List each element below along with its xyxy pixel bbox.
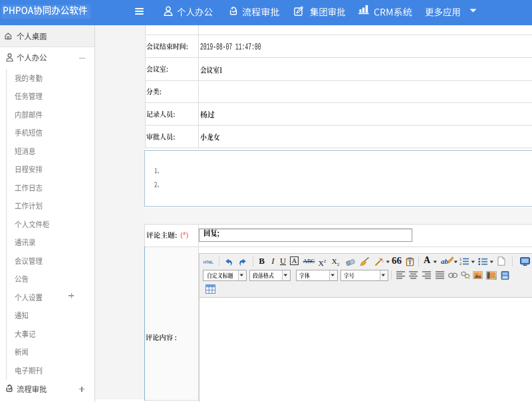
svg-text:1: 1 <box>460 257 462 261</box>
svg-text:2: 2 <box>460 262 462 266</box>
svg-text:T: T <box>408 259 412 265</box>
